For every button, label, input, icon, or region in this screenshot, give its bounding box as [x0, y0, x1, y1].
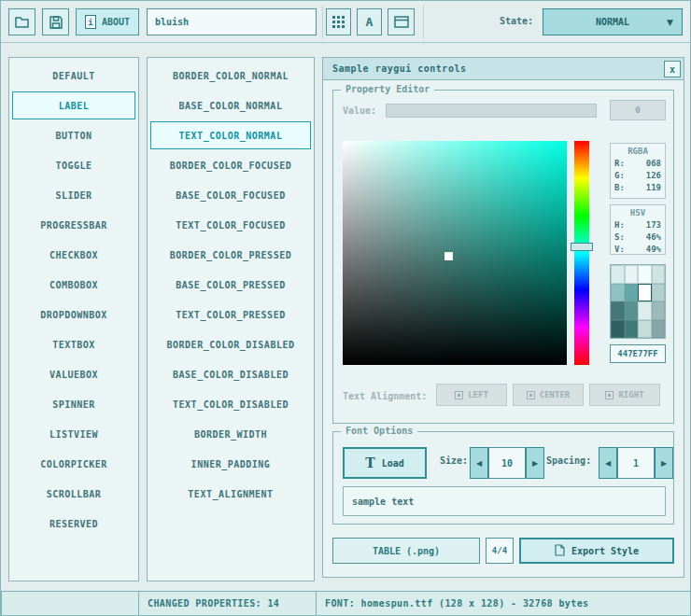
- font-preview-button[interactable]: A: [357, 8, 382, 35]
- color-swatch[interactable]: [638, 265, 652, 284]
- font-size-decrease-button[interactable]: ◀: [470, 447, 488, 479]
- color-swatch-selected[interactable]: [638, 284, 652, 302]
- control-item-label[interactable]: LABEL: [12, 91, 135, 119]
- align-left-button[interactable]: LEFT: [436, 384, 507, 406]
- color-swatch[interactable]: [625, 284, 639, 302]
- font-size-value[interactable]: 10: [488, 447, 526, 479]
- save-style-button[interactable]: [42, 8, 69, 35]
- property-item-text-alignment[interactable]: TEXT_ALIGNMENT: [150, 480, 311, 508]
- control-item-spinner[interactable]: SPINNER: [12, 390, 135, 418]
- info-icon: i: [85, 15, 96, 29]
- property-item-text-color-normal[interactable]: TEXT_COLOR_NORMAL: [150, 121, 311, 149]
- property-item-border-color-disabled[interactable]: BORDER_COLOR_DISABLED: [150, 330, 311, 358]
- property-editor-group-label: Property Editor: [341, 84, 434, 94]
- color-swatch[interactable]: [625, 301, 639, 320]
- color-swatch[interactable]: [611, 301, 625, 320]
- align-right-button[interactable]: RIGHT: [589, 384, 660, 406]
- rgba-readout: RGBA R:068 G:126 B:119: [610, 143, 666, 199]
- color-swatch-grid: [610, 264, 666, 339]
- font-spacing-decrease-button[interactable]: ◀: [599, 447, 617, 479]
- property-item-border-color-pressed[interactable]: BORDER_COLOR_PRESSED: [150, 241, 311, 269]
- color-picker-cursor[interactable]: [445, 253, 452, 259]
- about-button[interactable]: i ABOUT: [76, 8, 139, 35]
- property-item-text-color-pressed[interactable]: TEXT_COLOR_PRESSED: [150, 301, 311, 329]
- chevron-down-icon: ▼: [667, 18, 673, 27]
- property-item-border-color-normal[interactable]: BORDER_COLOR_NORMAL: [150, 62, 311, 90]
- sample-text-input[interactable]: sample text: [343, 486, 666, 516]
- control-item-default[interactable]: DEFAULT: [12, 62, 135, 90]
- font-size-increase-button[interactable]: ▶: [526, 447, 544, 479]
- text-alignment-label: Text Alignment:: [343, 391, 427, 401]
- style-table-button[interactable]: [326, 8, 351, 35]
- property-item-inner-padding[interactable]: INNER_PADDING: [150, 450, 311, 478]
- color-swatch[interactable]: [638, 301, 652, 320]
- table-png-button[interactable]: TABLE (.png): [332, 538, 480, 564]
- color-swatch[interactable]: [652, 265, 666, 284]
- control-item-valuebox[interactable]: VALUEBOX: [12, 360, 135, 388]
- control-item-reserved[interactable]: RESERVED: [12, 510, 135, 538]
- color-swatch[interactable]: [625, 265, 639, 284]
- export-style-button[interactable]: Export Style: [519, 538, 674, 564]
- toolbar-separator: [322, 6, 323, 38]
- toolbar-separator: [423, 6, 424, 38]
- color-swatch[interactable]: [652, 284, 666, 302]
- font-spacing-value[interactable]: 1: [617, 447, 655, 479]
- control-item-scrollbar[interactable]: SCROLLBAR: [12, 480, 135, 508]
- control-preview-button[interactable]: [388, 8, 415, 35]
- property-item-base-color-disabled[interactable]: BASE_COLOR_DISABLED: [150, 360, 311, 388]
- window-icon: [394, 16, 409, 28]
- export-format-value[interactable]: 4/4: [486, 538, 514, 564]
- status-changed-properties: CHANGED PROPERTIES: 14: [138, 591, 317, 616]
- color-swatch[interactable]: [611, 320, 625, 339]
- color-swatch[interactable]: [638, 320, 652, 339]
- v-label: V:: [614, 244, 625, 256]
- color-swatch[interactable]: [611, 284, 625, 302]
- font-spacing-increase-button[interactable]: ▶: [655, 447, 673, 479]
- value-box[interactable]: 0: [610, 100, 666, 120]
- color-swatch[interactable]: [652, 320, 666, 339]
- hex-color-value: 447E77FF: [617, 349, 657, 358]
- state-dropdown[interactable]: NORMAL ▼: [543, 8, 683, 35]
- property-item-base-color-normal[interactable]: BASE_COLOR_NORMAL: [150, 91, 311, 119]
- control-item-colorpicker[interactable]: COLORPICKER: [12, 450, 135, 478]
- control-item-listview[interactable]: LISTVIEW: [12, 420, 135, 448]
- hex-color-input[interactable]: 447E77FF: [610, 344, 666, 363]
- align-center-button[interactable]: CENTER: [513, 384, 584, 406]
- color-swatch[interactable]: [652, 301, 666, 320]
- table-png-label: TABLE (.png): [373, 546, 440, 556]
- control-item-slider[interactable]: SLIDER: [12, 181, 135, 209]
- style-name-input[interactable]: bluish: [147, 8, 317, 35]
- property-item-border-width[interactable]: BORDER_WIDTH: [150, 420, 311, 448]
- rguistyler-window: i ABOUT bluish A State: NORMAL ▼ DEFAULT: [0, 0, 691, 616]
- property-item-border-color-focused[interactable]: BORDER_COLOR_FOCUSED: [150, 151, 311, 179]
- text-t-icon: T: [365, 455, 374, 470]
- b-label: B:: [614, 182, 625, 194]
- arrow-right-icon: ▶: [661, 459, 667, 468]
- property-item-text-color-disabled[interactable]: TEXT_COLOR_DISABLED: [150, 390, 311, 418]
- toolbar: i ABOUT bluish A State: NORMAL ▼: [1, 1, 691, 43]
- control-item-textbox[interactable]: TEXTBOX: [12, 330, 135, 358]
- control-item-progressbar[interactable]: PROGRESSBAR: [12, 211, 135, 239]
- control-item-combobox[interactable]: COMBOBOX: [12, 271, 135, 299]
- style-name-value: bluish: [155, 17, 189, 27]
- property-item-text-color-focused[interactable]: TEXT_COLOR_FOCUSED: [150, 211, 311, 239]
- hue-slider-handle[interactable]: [571, 243, 593, 251]
- r-label: R:: [614, 158, 625, 170]
- control-item-dropdownbox[interactable]: DROPDOWNBOX: [12, 301, 135, 329]
- load-font-button[interactable]: T Load: [343, 447, 427, 479]
- close-button[interactable]: x: [664, 61, 681, 77]
- control-item-button[interactable]: BUTTON: [12, 121, 135, 149]
- color-swatch[interactable]: [625, 320, 639, 339]
- color-saturation-value-panel[interactable]: [343, 141, 567, 365]
- color-swatch[interactable]: [611, 265, 625, 284]
- export-style-label: Export Style: [571, 546, 639, 556]
- open-style-button[interactable]: [8, 8, 35, 35]
- value-slider[interactable]: [386, 104, 597, 118]
- grid-icon: [332, 16, 345, 28]
- hue-slider[interactable]: [574, 141, 589, 365]
- property-item-base-color-focused[interactable]: BASE_COLOR_FOCUSED: [150, 181, 311, 209]
- control-item-toggle[interactable]: TOGGLE: [12, 151, 135, 179]
- control-item-checkbox[interactable]: CHECKBOX: [12, 241, 135, 269]
- property-item-base-color-pressed[interactable]: BASE_COLOR_PRESSED: [150, 271, 311, 299]
- align-right-label: RIGHT: [618, 390, 643, 399]
